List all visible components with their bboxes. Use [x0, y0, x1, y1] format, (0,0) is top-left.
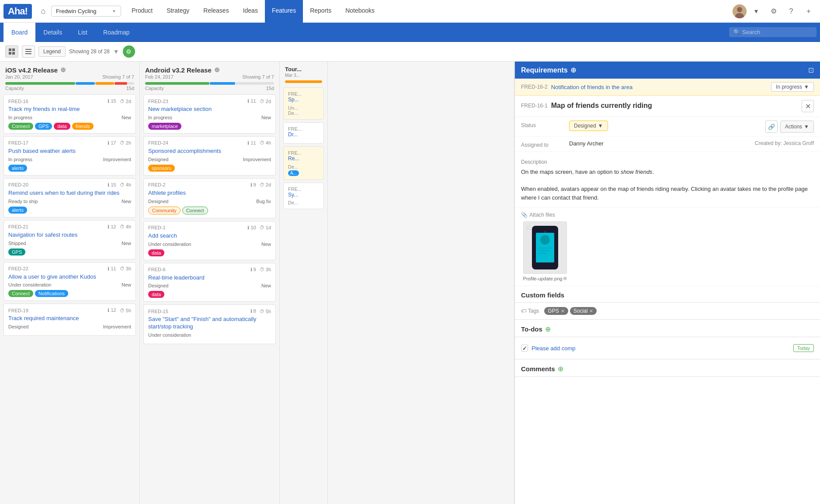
card-title[interactable]: Track required maintenance: [8, 315, 131, 322]
card-fred-21[interactable]: FRED-21 ℹ 12⏱ 4h Navigation for safest r…: [3, 220, 136, 259]
card-fred-6[interactable]: FRED-6 ℹ 9⏱ 3h Real-time leaderboard Des…: [143, 263, 276, 302]
requirements-add-button[interactable]: ⊕: [570, 66, 576, 74]
link-button[interactable]: 🔗: [765, 121, 778, 133]
grid-view-button[interactable]: [5, 45, 18, 58]
tag-data[interactable]: data: [148, 249, 164, 256]
logo[interactable]: Aha!: [3, 4, 32, 19]
nav-item-releases[interactable]: Releases: [196, 0, 236, 23]
sub-nav-details[interactable]: Details: [35, 23, 70, 42]
card-title[interactable]: Dr...: [288, 131, 319, 138]
nav-item-reports[interactable]: Reports: [303, 0, 338, 23]
nav-item-ideas[interactable]: Ideas: [236, 0, 265, 23]
req-sub-status[interactable]: In progress ▼: [771, 82, 814, 92]
card-fred-17[interactable]: FRED-17 ℹ 17⏱ 2h Push based weather aler…: [3, 136, 136, 176]
remove-gps-tag[interactable]: ✕: [561, 308, 565, 314]
add-todo-button[interactable]: ⊕: [545, 325, 551, 333]
card-title[interactable]: Push based weather alerts: [8, 148, 131, 155]
card-fred-22[interactable]: FRED-22 ℹ 11⏱ 3h Allow a user to give an…: [3, 262, 136, 301]
tag-data[interactable]: data: [54, 123, 70, 130]
column-add-icon[interactable]: ⊕: [60, 66, 66, 74]
card-fred-2[interactable]: FRED-2 ℹ 9⏱ 2d Athlete profiles Designed…: [143, 178, 276, 218]
todo-text[interactable]: Please add comp: [532, 345, 790, 352]
tag-connect[interactable]: Connect: [182, 207, 208, 214]
add-icon[interactable]: +: [801, 3, 817, 19]
tag-community[interactable]: Community: [148, 207, 181, 214]
add-comment-button[interactable]: ⊕: [558, 365, 563, 373]
avatar[interactable]: [733, 4, 747, 18]
nav-item-notebooks[interactable]: Notebooks: [338, 0, 382, 23]
tag-connect[interactable]: Connect: [8, 123, 33, 130]
tag-notifications[interactable]: Notifications: [35, 290, 68, 297]
card-title[interactable]: New marketplace section: [148, 106, 271, 113]
card-title[interactable]: Re...: [288, 155, 319, 162]
tag-partial[interactable]: A...: [288, 170, 299, 176]
tag-alerts[interactable]: alerts: [8, 207, 27, 214]
actions-button[interactable]: Actions ▼: [780, 121, 814, 133]
nav-item-product[interactable]: Product: [125, 0, 160, 23]
todo-today-button[interactable]: Today: [793, 344, 814, 352]
tag-gps[interactable]: GPS: [35, 123, 52, 130]
card-meta: ℹ 17⏱ 2h: [108, 140, 131, 146]
card-partial-3[interactable]: FRE... Re... De... A...: [283, 146, 324, 180]
tag-chip-social[interactable]: Social ✕: [570, 307, 597, 315]
card-partial-4[interactable]: FRE... Sy... De...: [283, 183, 324, 210]
card-title[interactable]: Save "Start" and "Finish" and automatica…: [148, 316, 271, 331]
card-title[interactable]: Sponsored accomplishments: [148, 148, 271, 155]
star-icon[interactable]: ☆: [525, 224, 532, 232]
card-fred-16[interactable]: FRED-16 ℹ 15⏱ 2d Track my friends in rea…: [3, 94, 136, 134]
card-partial-2[interactable]: FRE... Dr...: [283, 122, 324, 144]
card-title[interactable]: Allow a user to give another Kudos: [8, 273, 131, 281]
panel-minimize-button[interactable]: ⊡: [808, 66, 814, 74]
status-dropdown[interactable]: Designed ▼: [569, 121, 608, 131]
card-fred-1[interactable]: FRED-1 ℹ 10⏱ 1d Add search Under conside…: [143, 221, 276, 260]
remove-file-button[interactable]: ⊗: [563, 276, 567, 281]
home-icon[interactable]: ⌂: [35, 3, 51, 19]
card-title[interactable]: Track my friends in real-time: [8, 106, 131, 113]
column-add-icon[interactable]: ⊕: [214, 66, 220, 74]
todo-checkbox[interactable]: ✓: [521, 345, 528, 352]
tag-friends[interactable]: friends: [72, 123, 94, 130]
sub-nav-board[interactable]: Board: [3, 23, 35, 42]
search-input[interactable]: [742, 29, 812, 35]
card-title[interactable]: Sp...: [288, 97, 319, 104]
card-title[interactable]: Navigation for safest routes: [8, 231, 131, 239]
legend-button[interactable]: Legend: [38, 46, 66, 57]
req-close-button[interactable]: ✕: [802, 100, 814, 112]
card-title[interactable]: Sy...: [288, 192, 319, 199]
capacity-days-android: 15d: [266, 86, 274, 91]
card-fred-24[interactable]: FRED-24 ℹ 11⏱ 4h Sponsored accomplishmen…: [143, 136, 276, 176]
sub-nav-roadmap[interactable]: Roadmap: [95, 23, 138, 42]
nav-item-strategy[interactable]: Strategy: [160, 0, 196, 23]
card-fred-20[interactable]: FRED-20 ℹ 15⏱ 4h Remind users when to fu…: [3, 178, 136, 217]
card-fred-15[interactable]: FRED-15 ℹ 8⏱ 5h Save "Start" and "Finish…: [143, 304, 276, 344]
list-view-button[interactable]: [22, 45, 35, 58]
card-partial-1[interactable]: FRE... Sp... Un... De...: [283, 87, 324, 120]
board-settings-button[interactable]: ⚙: [123, 45, 135, 58]
attach-thumbnail[interactable]: ☆: [523, 221, 567, 274]
card-title[interactable]: Athlete profiles: [148, 190, 271, 197]
tag-sponsors[interactable]: sponsors: [148, 165, 175, 172]
tag-marketplace[interactable]: marketplace: [148, 123, 181, 130]
workspace-selector[interactable]: Fredwin Cycling ▼: [51, 6, 121, 17]
tag-connect[interactable]: Connect: [8, 290, 33, 297]
card-fred-23[interactable]: FRED-23 ℹ 11⏱ 2d New marketplace section…: [143, 94, 276, 134]
assigned-value[interactable]: Danny Archer: [569, 140, 755, 147]
card-title[interactable]: Add search: [148, 232, 271, 240]
filter-icon[interactable]: ▼: [113, 48, 119, 55]
card-fred-19[interactable]: FRED-19 ℹ 12⏱ 5h Track required maintena…: [3, 304, 136, 336]
sub-nav-list[interactable]: List: [70, 23, 95, 42]
tag-data[interactable]: data: [148, 291, 164, 298]
help-icon[interactable]: ?: [783, 3, 799, 19]
req-sub-title[interactable]: Notification of friends in the area: [551, 84, 771, 90]
chevron-down-icon[interactable]: ▾: [748, 3, 764, 19]
settings-icon[interactable]: ⚙: [766, 3, 782, 19]
tag-chip-gps[interactable]: GPS ✕: [544, 307, 568, 315]
column-partial-title: Tour...: [285, 66, 302, 72]
nav-item-features[interactable]: Features: [265, 0, 303, 23]
req-sub-id[interactable]: FRED-16-2: [521, 84, 548, 90]
card-title[interactable]: Remind users when to fuel during their r…: [8, 190, 131, 197]
tag-alerts[interactable]: alerts: [8, 165, 27, 172]
remove-social-tag[interactable]: ✕: [589, 308, 593, 314]
card-title[interactable]: Real-time leaderboard: [148, 274, 271, 282]
tag-gps[interactable]: GPS: [8, 249, 25, 255]
